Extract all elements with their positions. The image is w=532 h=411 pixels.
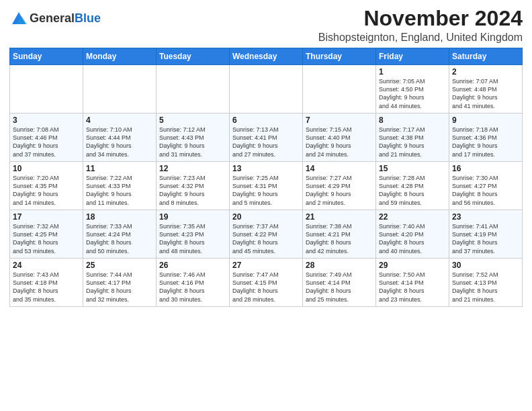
- day-number: 7: [306, 116, 373, 125]
- calendar-header-row: Sunday Monday Tuesday Wednesday Thursday…: [10, 48, 523, 65]
- day-number: 8: [379, 116, 446, 125]
- day-info: Sunrise: 7:38 AM Sunset: 4:21 PM Dayligh…: [306, 222, 373, 255]
- day-info: Sunrise: 7:37 AM Sunset: 4:22 PM Dayligh…: [232, 222, 300, 255]
- header-sunday: Sunday: [10, 48, 83, 65]
- logo-text: GeneralBlue: [30, 12, 101, 26]
- day-info: Sunrise: 7:25 AM Sunset: 4:31 PM Dayligh…: [232, 174, 300, 207]
- table-row: 9Sunrise: 7:18 AM Sunset: 4:36 PM Daylig…: [449, 113, 523, 162]
- table-row: 21Sunrise: 7:38 AM Sunset: 4:21 PM Dayli…: [303, 210, 376, 259]
- day-info: Sunrise: 7:08 AM Sunset: 4:46 PM Dayligh…: [13, 126, 80, 158]
- day-info: Sunrise: 7:20 AM Sunset: 4:35 PM Dayligh…: [13, 174, 80, 207]
- day-info: Sunrise: 7:35 AM Sunset: 4:23 PM Dayligh…: [159, 222, 226, 255]
- day-info: Sunrise: 7:13 AM Sunset: 4:41 PM Dayligh…: [232, 126, 300, 158]
- logo-area: GeneralBlue: [9, 9, 101, 28]
- day-info: Sunrise: 7:46 AM Sunset: 4:16 PM Dayligh…: [159, 271, 226, 304]
- day-number: 11: [86, 164, 153, 173]
- table-row: 17Sunrise: 7:32 AM Sunset: 4:25 PM Dayli…: [10, 210, 83, 259]
- day-number: 1: [379, 67, 446, 77]
- calendar-week-row: 24Sunrise: 7:43 AM Sunset: 4:18 PM Dayli…: [10, 259, 523, 307]
- day-info: Sunrise: 7:17 AM Sunset: 4:38 PM Dayligh…: [379, 126, 446, 158]
- calendar-week-row: 3Sunrise: 7:08 AM Sunset: 4:46 PM Daylig…: [10, 113, 523, 162]
- day-number: 5: [159, 116, 226, 125]
- day-number: 24: [13, 261, 80, 270]
- table-row: 16Sunrise: 7:30 AM Sunset: 4:27 PM Dayli…: [449, 162, 523, 210]
- day-info: Sunrise: 7:28 AM Sunset: 4:28 PM Dayligh…: [379, 174, 446, 207]
- day-number: 16: [452, 164, 519, 173]
- table-row: 28Sunrise: 7:49 AM Sunset: 4:14 PM Dayli…: [303, 259, 376, 307]
- table-row: 1Sunrise: 7:05 AM Sunset: 4:50 PM Daylig…: [376, 65, 449, 113]
- table-row: 20Sunrise: 7:37 AM Sunset: 4:22 PM Dayli…: [230, 210, 303, 259]
- day-info: Sunrise: 7:49 AM Sunset: 4:14 PM Dayligh…: [306, 271, 373, 304]
- day-info: Sunrise: 7:07 AM Sunset: 4:48 PM Dayligh…: [452, 77, 519, 110]
- day-number: 17: [13, 212, 80, 222]
- day-info: Sunrise: 7:30 AM Sunset: 4:27 PM Dayligh…: [452, 174, 519, 207]
- header-friday: Friday: [376, 48, 449, 65]
- table-row: 5Sunrise: 7:12 AM Sunset: 4:43 PM Daylig…: [157, 113, 230, 162]
- day-number: 25: [86, 261, 153, 270]
- table-row: 4Sunrise: 7:10 AM Sunset: 4:44 PM Daylig…: [83, 113, 157, 162]
- table-row: [230, 65, 303, 113]
- day-info: Sunrise: 7:44 AM Sunset: 4:17 PM Dayligh…: [86, 271, 153, 304]
- day-info: Sunrise: 7:52 AM Sunset: 4:13 PM Dayligh…: [452, 271, 519, 304]
- day-info: Sunrise: 7:22 AM Sunset: 4:33 PM Dayligh…: [86, 174, 153, 207]
- header-row: GeneralBlue November 2024 Bishopsteignto…: [9, 7, 523, 44]
- table-row: 19Sunrise: 7:35 AM Sunset: 4:23 PM Dayli…: [157, 210, 230, 259]
- day-number: 6: [232, 116, 300, 125]
- day-number: 20: [232, 212, 300, 222]
- header-thursday: Thursday: [303, 48, 376, 65]
- day-number: 13: [232, 164, 300, 173]
- day-number: 4: [86, 116, 153, 125]
- day-info: Sunrise: 7:40 AM Sunset: 4:20 PM Dayligh…: [379, 222, 446, 255]
- day-number: 23: [452, 212, 519, 222]
- header-saturday: Saturday: [449, 48, 523, 65]
- day-info: Sunrise: 7:50 AM Sunset: 4:14 PM Dayligh…: [379, 271, 446, 304]
- table-row: [10, 65, 83, 113]
- day-info: Sunrise: 7:27 AM Sunset: 4:29 PM Dayligh…: [306, 174, 373, 207]
- header-tuesday: Tuesday: [157, 48, 230, 65]
- logo-blue: Blue: [75, 11, 101, 25]
- month-title: November 2024: [318, 7, 523, 30]
- logo-icon: [9, 9, 28, 28]
- table-row: 18Sunrise: 7:33 AM Sunset: 4:24 PM Dayli…: [83, 210, 157, 259]
- day-info: Sunrise: 7:41 AM Sunset: 4:19 PM Dayligh…: [452, 222, 519, 255]
- logo-general: General: [30, 11, 75, 25]
- table-row: 22Sunrise: 7:40 AM Sunset: 4:20 PM Dayli…: [376, 210, 449, 259]
- table-row: 11Sunrise: 7:22 AM Sunset: 4:33 PM Dayli…: [83, 162, 157, 210]
- day-info: Sunrise: 7:32 AM Sunset: 4:25 PM Dayligh…: [13, 222, 80, 255]
- day-number: 27: [232, 261, 300, 270]
- table-row: 30Sunrise: 7:52 AM Sunset: 4:13 PM Dayli…: [449, 259, 523, 307]
- day-number: 26: [159, 261, 226, 270]
- location-title: Bishopsteignton, England, United Kingdom: [318, 32, 523, 44]
- calendar-week-row: 1Sunrise: 7:05 AM Sunset: 4:50 PM Daylig…: [10, 65, 523, 113]
- calendar-week-row: 10Sunrise: 7:20 AM Sunset: 4:35 PM Dayli…: [10, 162, 523, 210]
- day-number: 9: [452, 116, 519, 125]
- calendar-week-row: 17Sunrise: 7:32 AM Sunset: 4:25 PM Dayli…: [10, 210, 523, 259]
- table-row: 29Sunrise: 7:50 AM Sunset: 4:14 PM Dayli…: [376, 259, 449, 307]
- day-number: 10: [13, 164, 80, 173]
- table-row: [157, 65, 230, 113]
- day-number: 15: [379, 164, 446, 173]
- table-row: 27Sunrise: 7:47 AM Sunset: 4:15 PM Dayli…: [230, 259, 303, 307]
- day-number: 30: [452, 261, 519, 270]
- day-info: Sunrise: 7:23 AM Sunset: 4:32 PM Dayligh…: [159, 174, 226, 207]
- day-info: Sunrise: 7:15 AM Sunset: 4:40 PM Dayligh…: [306, 126, 373, 158]
- day-number: 21: [306, 212, 373, 222]
- table-row: 10Sunrise: 7:20 AM Sunset: 4:35 PM Dayli…: [10, 162, 83, 210]
- day-number: 2: [452, 67, 519, 77]
- table-row: [83, 65, 157, 113]
- table-row: 24Sunrise: 7:43 AM Sunset: 4:18 PM Dayli…: [10, 259, 83, 307]
- day-number: 22: [379, 212, 446, 222]
- table-row: 25Sunrise: 7:44 AM Sunset: 4:17 PM Dayli…: [83, 259, 157, 307]
- table-row: 14Sunrise: 7:27 AM Sunset: 4:29 PM Dayli…: [303, 162, 376, 210]
- day-info: Sunrise: 7:33 AM Sunset: 4:24 PM Dayligh…: [86, 222, 153, 255]
- day-info: Sunrise: 7:12 AM Sunset: 4:43 PM Dayligh…: [159, 126, 226, 158]
- day-number: 18: [86, 212, 153, 222]
- day-info: Sunrise: 7:47 AM Sunset: 4:15 PM Dayligh…: [232, 271, 300, 304]
- table-row: 2Sunrise: 7:07 AM Sunset: 4:48 PM Daylig…: [449, 65, 523, 113]
- day-info: Sunrise: 7:43 AM Sunset: 4:18 PM Dayligh…: [13, 271, 80, 304]
- table-row: 23Sunrise: 7:41 AM Sunset: 4:19 PM Dayli…: [449, 210, 523, 259]
- table-row: 13Sunrise: 7:25 AM Sunset: 4:31 PM Dayli…: [230, 162, 303, 210]
- page-container: GeneralBlue November 2024 Bishopsteignto…: [0, 0, 532, 311]
- table-row: [303, 65, 376, 113]
- table-row: 26Sunrise: 7:46 AM Sunset: 4:16 PM Dayli…: [157, 259, 230, 307]
